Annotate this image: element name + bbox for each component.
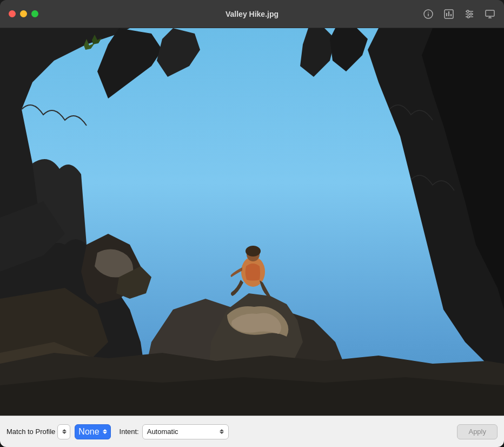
match-profile-label: Match to Profile [6, 428, 55, 436]
svg-point-11 [470, 13, 472, 15]
info-icon[interactable] [423, 9, 434, 19]
bottom-toolbar: Match to Profile None Intent: Automatic [0, 416, 504, 447]
svg-point-12 [467, 16, 469, 18]
intent-select-text: Automatic [147, 428, 216, 436]
svg-point-10 [467, 10, 469, 12]
app-window: Valley Hike.jpg [0, 0, 504, 447]
none-select[interactable]: None [75, 424, 110, 439]
svg-rect-5 [448, 11, 449, 16]
intent-section: Intent: Automatic [120, 424, 229, 439]
svg-rect-6 [450, 14, 452, 16]
intent-select[interactable]: Automatic [142, 424, 229, 439]
svg-point-19 [246, 246, 261, 257]
window-title: Valley Hike.jpg [226, 10, 278, 18]
close-button[interactable] [9, 10, 16, 17]
intent-select-arrows [220, 429, 224, 434]
maximize-button[interactable] [31, 10, 38, 17]
none-select-text: None [78, 427, 99, 437]
apply-button[interactable]: Apply [457, 424, 498, 439]
match-profile-section: Match to Profile [6, 424, 70, 439]
window-controls [9, 10, 38, 17]
svg-point-2 [428, 11, 429, 12]
svg-rect-4 [446, 13, 447, 16]
none-select-arrows [103, 429, 107, 434]
svg-rect-13 [486, 10, 494, 16]
intent-label: Intent: [120, 428, 139, 436]
match-profile-select[interactable] [57, 424, 70, 439]
titlebar: Valley Hike.jpg [0, 0, 504, 28]
toolbar-icons [423, 9, 495, 19]
adjustments-icon[interactable] [464, 9, 475, 19]
minimize-button[interactable] [20, 10, 27, 17]
display-icon[interactable] [485, 9, 495, 19]
histogram-icon[interactable] [443, 9, 454, 19]
match-profile-arrows [62, 429, 67, 434]
image-area [0, 28, 504, 416]
